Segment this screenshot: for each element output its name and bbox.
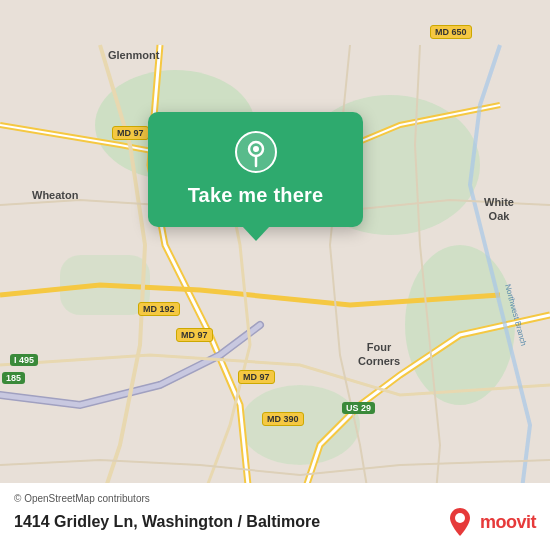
svg-point-10 — [455, 513, 465, 523]
address-line: 1414 Gridley Ln, Washington / Baltimore … — [14, 506, 536, 538]
road-label-md390: MD 390 — [262, 412, 304, 426]
moovit-logo-icon — [444, 506, 476, 538]
map-container: Northwest Branch Glenmont Wheaton FourCo… — [0, 0, 550, 550]
svg-point-9 — [253, 146, 259, 152]
place-label-glenmont: Glenmont — [108, 48, 159, 62]
road-label-md97-bot: MD 97 — [238, 370, 275, 384]
road-label-i495: I 495 — [10, 354, 38, 366]
address-text: 1414 Gridley Ln, Washington / Baltimore — [14, 513, 320, 531]
road-label-md97-top: MD 97 — [112, 126, 149, 140]
place-label-four-corners: FourCorners — [358, 340, 400, 369]
road-label-us29: US 29 — [342, 402, 375, 414]
copyright-text: © OpenStreetMap contributors — [14, 493, 536, 504]
take-me-there-button[interactable]: Take me there — [188, 184, 324, 207]
place-label-wheaton: Wheaton — [32, 188, 78, 202]
road-label-md192: MD 192 — [138, 302, 180, 316]
road-label-md97-mid: MD 97 — [176, 328, 213, 342]
moovit-text: moovit — [480, 512, 536, 533]
location-pin-icon — [234, 130, 278, 174]
place-label-white-oak: WhiteOak — [484, 195, 514, 224]
moovit-logo: moovit — [444, 506, 536, 538]
road-label-185: 185 — [2, 372, 25, 384]
bottom-bar: © OpenStreetMap contributors 1414 Gridle… — [0, 483, 550, 550]
popup-card: Take me there — [148, 112, 363, 227]
road-label-md650: MD 650 — [430, 25, 472, 39]
